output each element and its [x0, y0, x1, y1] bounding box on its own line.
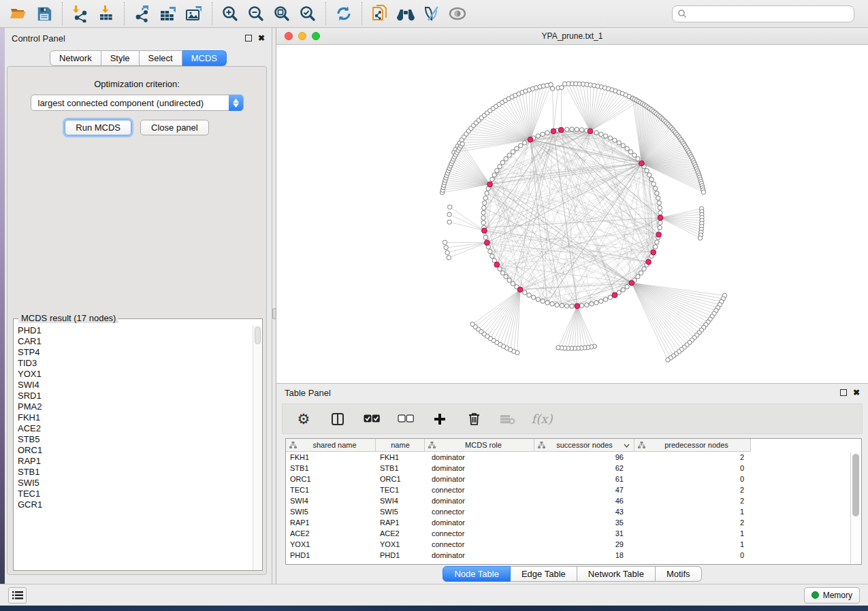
mcds-hub-node[interactable] — [656, 232, 662, 237]
mcds-result-item[interactable]: SRD1 — [18, 391, 253, 401]
network-leaf-node[interactable] — [444, 246, 448, 250]
network-node[interactable] — [511, 282, 515, 286]
table-scrollbar-thumb[interactable] — [852, 454, 859, 516]
network-window-titlebar[interactable]: YPA_prune.txt_1 — [276, 28, 868, 45]
export-table-button[interactable] — [155, 2, 181, 25]
network-node[interactable] — [594, 301, 598, 305]
mcds-hub-node[interactable] — [588, 129, 593, 134]
tab-edge-table[interactable]: Edge Table — [511, 566, 577, 582]
mcds-hub-node[interactable] — [639, 161, 645, 166]
network-leaf-node[interactable] — [550, 86, 554, 90]
network-node[interactable] — [481, 216, 485, 220]
vizmapper-button[interactable] — [419, 2, 445, 25]
network-node[interactable] — [500, 271, 504, 275]
delete-table-button[interactable] — [499, 409, 517, 429]
search-input[interactable] — [672, 5, 854, 22]
network-node[interactable] — [594, 131, 598, 135]
network-node[interactable] — [531, 295, 535, 299]
tab-network[interactable]: Network — [50, 50, 101, 66]
mcds-hub-node[interactable] — [575, 303, 580, 309]
network-node[interactable] — [652, 182, 656, 186]
network-node[interactable] — [541, 132, 545, 136]
network-node[interactable] — [604, 134, 608, 138]
table-row[interactable]: STB1STB1dominator620 — [286, 463, 861, 474]
network-node[interactable] — [485, 191, 489, 195]
mcds-result-item[interactable]: STB5 — [18, 434, 253, 445]
network-node[interactable] — [655, 240, 659, 244]
network-leaf-node[interactable] — [698, 236, 702, 240]
table-row[interactable]: PHD1PHD1dominator180 — [286, 550, 861, 561]
network-node[interactable] — [550, 302, 554, 306]
network-node[interactable] — [565, 304, 569, 308]
network-leaf-node[interactable] — [556, 346, 560, 350]
mcds-hub-node[interactable] — [528, 137, 533, 142]
network-leaf-node[interactable] — [460, 142, 464, 146]
network-node[interactable] — [519, 144, 523, 148]
network-node[interactable] — [507, 153, 511, 157]
network-node[interactable] — [625, 284, 629, 288]
mcds-hub-node[interactable] — [494, 262, 500, 267]
mcds-result-item[interactable]: RAP1 — [18, 456, 253, 467]
network-node[interactable] — [495, 169, 499, 173]
network-node[interactable] — [654, 186, 658, 191]
network-node[interactable] — [590, 302, 594, 306]
memory-button[interactable]: Memory — [804, 587, 860, 604]
select-all-columns-button[interactable] — [363, 409, 381, 429]
network-leaf-node[interactable] — [666, 358, 670, 362]
search-network-button[interactable] — [393, 2, 419, 25]
table-row[interactable]: ACE2ACE2connector311 — [286, 528, 861, 539]
network-node[interactable] — [654, 245, 658, 249]
close-table-panel-icon[interactable]: ✖ — [853, 389, 860, 396]
network-node[interactable] — [658, 211, 662, 215]
network-leaf-node[interactable] — [470, 322, 475, 326]
tab-node-table[interactable]: Node Table — [443, 566, 511, 582]
network-node[interactable] — [481, 211, 485, 215]
network-node[interactable] — [647, 173, 652, 177]
network-node[interactable] — [504, 274, 508, 278]
mcds-result-item[interactable]: STB1 — [18, 467, 253, 478]
tab-style[interactable]: Style — [101, 50, 140, 66]
network-node[interactable] — [481, 220, 485, 225]
network-node[interactable] — [490, 177, 494, 181]
mcds-hub-node[interactable] — [482, 228, 487, 233]
network-node[interactable] — [511, 150, 515, 154]
network-node[interactable] — [604, 297, 608, 301]
network-node[interactable] — [541, 299, 545, 303]
network-node[interactable] — [585, 303, 589, 307]
mcds-list-scrollbar[interactable] — [253, 325, 262, 570]
mcds-result-item[interactable]: ORC1 — [18, 445, 253, 456]
table-row[interactable]: SWI5SWI5connector431 — [286, 506, 861, 517]
open-file-button[interactable] — [5, 2, 31, 25]
float-panel-icon[interactable] — [245, 35, 252, 42]
network-node[interactable] — [657, 201, 661, 205]
network-leaf-node[interactable] — [447, 220, 451, 224]
network-node[interactable] — [536, 297, 540, 301]
network-node[interactable] — [570, 127, 574, 131]
network-node[interactable] — [613, 138, 617, 142]
network-node[interactable] — [649, 177, 654, 181]
mcds-result-item[interactable]: GCR1 — [18, 499, 253, 510]
network-node[interactable] — [492, 173, 496, 177]
network-node[interactable] — [483, 196, 487, 200]
mcds-result-item[interactable]: SWI4 — [18, 380, 253, 391]
table-row[interactable]: ORC1ORC1dominator610 — [286, 474, 861, 484]
network-node[interactable] — [570, 304, 574, 308]
network-node[interactable] — [579, 303, 583, 308]
mcds-result-item[interactable]: SWI5 — [18, 478, 253, 489]
network-node[interactable] — [504, 156, 508, 161]
network-node[interactable] — [642, 267, 646, 271]
network-leaf-node[interactable] — [445, 250, 449, 254]
table-row[interactable]: RAP1RAP1dominator352 — [286, 517, 861, 528]
tab-motifs[interactable]: Motifs — [656, 566, 702, 582]
float-table-panel-icon[interactable] — [840, 389, 847, 396]
network-leaf-node[interactable] — [448, 205, 452, 209]
network-node[interactable] — [482, 205, 486, 210]
network-node[interactable] — [545, 301, 549, 305]
column-header-successor-nodes[interactable]: successor nodes — [534, 439, 634, 452]
clone-network-button[interactable] — [367, 2, 393, 25]
mcds-hub-node[interactable] — [612, 293, 617, 298]
table-scrollbar[interactable] — [850, 452, 861, 563]
tab-network-table[interactable]: Network Table — [577, 566, 656, 582]
network-node[interactable] — [515, 146, 519, 150]
network-node[interactable] — [628, 150, 632, 154]
